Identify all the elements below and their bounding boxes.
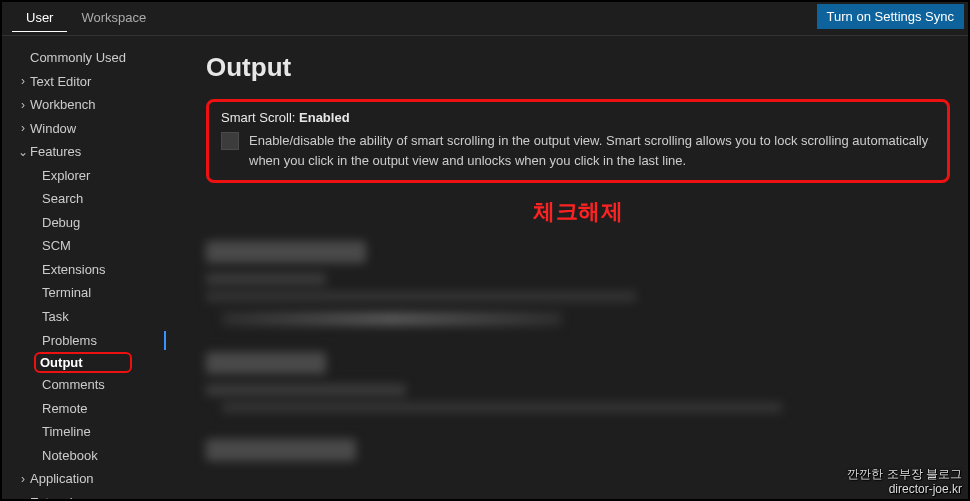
chevron-right-icon: ›	[16, 471, 30, 487]
sidebar-item-debug[interactable]: Debug	[12, 211, 172, 235]
smart-scroll-checkbox[interactable]	[221, 132, 239, 150]
tab-user-label: User	[26, 10, 53, 25]
sidebar-item-timeline[interactable]: Timeline	[12, 420, 172, 444]
settings-content: Output Smart Scroll: Enabled Enable/disa…	[172, 36, 968, 499]
sidebar-item-text-editor[interactable]: ›Text Editor	[12, 70, 172, 94]
chevron-right-icon: ›	[16, 97, 30, 113]
setting-body: Enable/disable the ability of smart scro…	[221, 131, 935, 170]
sidebar-item-window[interactable]: ›Window	[12, 117, 172, 141]
setting-smart-scroll: Smart Scroll: Enabled Enable/disable the…	[206, 99, 950, 183]
sidebar-item-terminal[interactable]: Terminal	[12, 281, 172, 305]
setting-description: Enable/disable the ability of smart scro…	[249, 131, 935, 170]
sidebar-item-extensions-feat[interactable]: Extensions	[12, 258, 172, 282]
tab-workspace[interactable]: Workspace	[67, 2, 160, 32]
sidebar-item-workbench[interactable]: ›Workbench	[12, 93, 172, 117]
watermark: 깐깐한 조부장 블로그 director-joe.kr	[847, 467, 962, 497]
sidebar-item-extensions[interactable]: ›Extensions	[12, 491, 172, 499]
settings-header: User Workspace Turn on Settings Sync	[2, 2, 968, 36]
sidebar-item-features[interactable]: ⌄Features	[12, 140, 172, 164]
section-title: Output	[206, 52, 950, 83]
settings-main: Commonly Used ›Text Editor ›Workbench ›W…	[2, 36, 968, 499]
sidebar-item-remote[interactable]: Remote	[12, 397, 172, 421]
sidebar-item-commonly-used[interactable]: Commonly Used	[12, 46, 172, 70]
sidebar-item-notebook[interactable]: Notebook	[12, 444, 172, 468]
chevron-right-icon: ›	[16, 120, 30, 136]
annotation-uncheck: 체크해제	[206, 197, 950, 227]
sidebar-item-search[interactable]: Search	[12, 187, 172, 211]
setting-title: Smart Scroll: Enabled	[221, 110, 935, 125]
tab-user[interactable]: User	[12, 2, 67, 32]
sidebar-item-comments[interactable]: Comments	[12, 373, 172, 397]
sidebar-item-output[interactable]: Output	[34, 352, 132, 373]
sidebar-item-problems[interactable]: Problems	[12, 329, 172, 353]
chevron-right-icon: ›	[16, 73, 30, 89]
settings-scope-tabs: User Workspace	[2, 2, 160, 32]
sidebar-item-application[interactable]: ›Application	[12, 467, 172, 491]
settings-toc: Commonly Used ›Text Editor ›Workbench ›W…	[2, 36, 172, 499]
modified-indicator-icon	[164, 331, 166, 351]
sidebar-item-scm[interactable]: SCM	[12, 234, 172, 258]
settings-sync-button[interactable]: Turn on Settings Sync	[817, 4, 964, 29]
tab-workspace-label: Workspace	[81, 10, 146, 25]
blurred-content	[206, 241, 950, 461]
sidebar-item-explorer[interactable]: Explorer	[12, 164, 172, 188]
sidebar-item-task[interactable]: Task	[12, 305, 172, 329]
chevron-right-icon: ›	[16, 495, 30, 499]
chevron-down-icon: ⌄	[16, 144, 30, 160]
